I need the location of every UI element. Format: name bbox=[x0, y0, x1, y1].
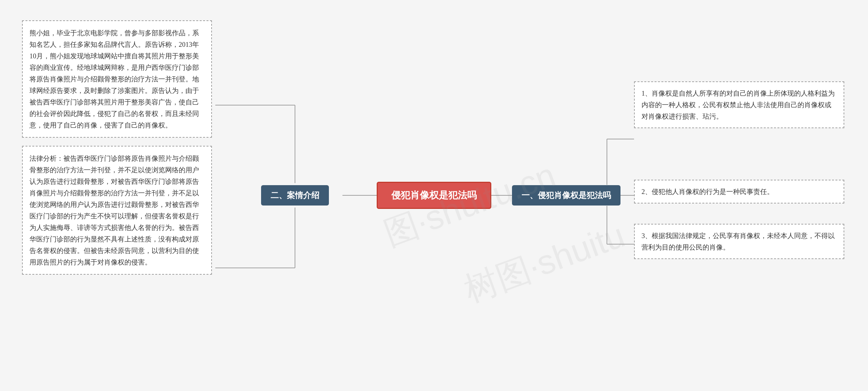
right-item-1-text: 1、肖像权是自然人所享有的对自己的肖像上所体现的人格利益为内容的一种人格权，公民… bbox=[642, 90, 835, 120]
right-item-1: 1、肖像权是自然人所享有的对自己的肖像上所体现的人格利益为内容的一种人格权，公民… bbox=[634, 81, 844, 128]
left-bottom-text: 法律分析：被告西华医疗门诊部将原告肖像照片与介绍颧骨整形的治疗方法一并刊登，并不… bbox=[29, 155, 199, 266]
right-branch-label: 一、侵犯肖像权是犯法吗 bbox=[512, 185, 620, 206]
left-top-text: 熊小姐，毕业于北京电影学院，曾参与多部影视作品，系知名艺人，担任多家知名品牌代言… bbox=[29, 29, 199, 129]
right-item-2-text: 2、侵犯他人肖像权的行为是一种民事责任。 bbox=[642, 188, 774, 195]
left-bottom-textbox: 法律分析：被告西华医疗门诊部将原告肖像照片与介绍颧骨整形的治疗方法一并刊登，并不… bbox=[22, 146, 212, 275]
right-item-2: 2、侵犯他人肖像权的行为是一种民事责任。 bbox=[634, 180, 844, 203]
mind-map: 侵犯肖像权是犯法吗 二、案情介绍 熊小姐，毕业于北京电影学院，曾参与多部影视作品… bbox=[0, 0, 868, 391]
center-node: 侵犯肖像权是犯法吗 bbox=[377, 182, 491, 209]
left-branch-label: 二、案情介绍 bbox=[261, 185, 329, 206]
left-top-textbox: 熊小姐，毕业于北京电影学院，曾参与多部影视作品，系知名艺人，担任多家知名品牌代言… bbox=[22, 20, 212, 138]
right-item-3-text: 3、根据我国法律规定，公民享有肖像权，未经本人同意，不得以营利为目的使用公民的肖… bbox=[642, 232, 835, 251]
right-item-3: 3、根据我国法律规定，公民享有肖像权，未经本人同意，不得以营利为目的使用公民的肖… bbox=[634, 224, 844, 259]
watermark-2: 树图·shuitu bbox=[458, 213, 631, 313]
